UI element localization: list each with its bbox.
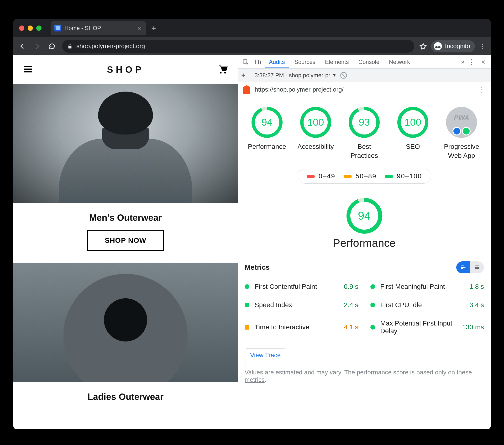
- performance-gauge: 94: [346, 198, 382, 234]
- gauge-ring: 100: [397, 107, 428, 138]
- close-devtools-button[interactable]: ×: [478, 58, 488, 66]
- legend-red-pill: [307, 175, 315, 178]
- tab-sources[interactable]: Sources: [291, 56, 319, 68]
- gauge-label: Performance: [248, 142, 286, 151]
- hero-image-ladies: [13, 263, 238, 382]
- incognito-label: Incognito: [445, 42, 470, 50]
- tab-strip: Home - SHOP × +: [13, 19, 491, 37]
- chevron-down-icon: ▼: [332, 73, 337, 78]
- svg-rect-2: [259, 61, 261, 64]
- metrics-grid: First Contentful Paint 0.9 s First Meani…: [238, 278, 491, 340]
- metric-status-dot: [370, 325, 375, 330]
- devtools-panel: Audits Sources Elements Console Network …: [238, 55, 491, 429]
- metric-name: Max Potential First Input Delay: [380, 320, 462, 335]
- incognito-indicator[interactable]: Incognito: [431, 40, 475, 52]
- metric-value: 4.1 s: [344, 323, 359, 331]
- incognito-icon: [434, 42, 442, 50]
- performance-section: 94 Performance: [238, 198, 491, 254]
- metrics-view-compact[interactable]: [470, 261, 484, 273]
- svg-rect-1: [255, 60, 258, 64]
- audit-url-menu-button[interactable]: ⋮: [478, 85, 486, 94]
- metric-row[interactable]: First Meaningful Paint 1.8 s: [370, 278, 484, 296]
- lock-icon: [67, 44, 72, 49]
- footnote-text-pre: Values are estimated and may vary. The p…: [245, 369, 416, 376]
- devtools-menu-button[interactable]: ⋮: [468, 58, 475, 66]
- page-header: SHOP: [13, 55, 238, 84]
- close-window-button[interactable]: [19, 26, 24, 31]
- tab-elements[interactable]: Elements: [321, 56, 353, 68]
- gauge-accessibility[interactable]: 100 Accessibility: [295, 107, 336, 160]
- legend-orange-pill: [344, 175, 352, 178]
- metric-name: Time to Interactive: [255, 323, 344, 331]
- metrics-header: Metrics: [238, 254, 491, 278]
- favicon-icon: [54, 25, 61, 32]
- audit-report-body: 94 Performance 100 Accessibility 93 Best…: [238, 97, 491, 429]
- metric-status-dot: [370, 303, 375, 308]
- maximize-window-button[interactable]: [36, 26, 41, 31]
- tab-console[interactable]: Console: [355, 56, 383, 68]
- inspect-element-button[interactable]: [240, 57, 251, 67]
- window-controls: [19, 26, 41, 31]
- lighthouse-icon: [243, 85, 250, 94]
- gauge-seo[interactable]: 100 SEO: [393, 107, 433, 160]
- devtools-tabbar: Audits Sources Elements Console Network …: [238, 55, 491, 69]
- metrics-title: Metrics: [245, 263, 270, 271]
- back-button[interactable]: [18, 41, 27, 51]
- hero-image-mens: [13, 84, 238, 203]
- metric-value: 130 ms: [462, 323, 484, 331]
- device-toolbar-button[interactable]: [253, 57, 263, 67]
- minimize-window-button[interactable]: [28, 26, 33, 31]
- metric-status-dot: [245, 303, 249, 308]
- footnote-text-post: .: [265, 376, 266, 383]
- gauge-label: BestPractices: [351, 142, 378, 160]
- browser-tab[interactable]: Home - SHOP ×: [51, 21, 146, 35]
- score-gauges: 94 Performance 100 Accessibility 93 Best…: [238, 104, 491, 165]
- more-tabs-button[interactable]: »: [461, 58, 464, 66]
- view-trace-button[interactable]: View Trace: [245, 348, 286, 362]
- star-icon[interactable]: [419, 43, 427, 50]
- gauge-ring: 93: [349, 107, 380, 138]
- audit-select[interactable]: 3:38:27 PM - shop.polymer-pr ▼: [255, 72, 337, 79]
- close-tab-button[interactable]: ×: [138, 25, 141, 32]
- metric-value: 3.4 s: [469, 301, 484, 309]
- rendered-page: SHOP Men's Outerwear SHOP NOW Ladies Out…: [13, 55, 238, 429]
- metric-row[interactable]: Speed Index 2.4 s: [245, 296, 359, 314]
- metric-name: First Meaningful Paint: [380, 283, 470, 291]
- legend-red-range: 0–49: [319, 172, 335, 180]
- metric-status-dot: [370, 284, 375, 289]
- metric-row[interactable]: First CPU Idle 3.4 s: [370, 296, 484, 314]
- legend-green-range: 90–100: [397, 172, 422, 180]
- metric-status-dot: [245, 284, 249, 289]
- gauge-performance[interactable]: 94 Performance: [247, 107, 287, 160]
- new-audit-button[interactable]: +: [241, 71, 246, 79]
- metric-row[interactable]: Time to Interactive 4.1 s: [245, 314, 359, 340]
- gauge-best-practices[interactable]: 93 BestPractices: [344, 107, 384, 160]
- metrics-footnote: Values are estimated and may vary. The p…: [238, 362, 491, 383]
- cart-button[interactable]: [218, 64, 228, 75]
- metrics-view-detailed[interactable]: [456, 261, 470, 273]
- clear-audit-button[interactable]: [340, 72, 347, 79]
- gauge-progressive-web-app[interactable]: PWA Progressive Web App: [441, 107, 482, 160]
- new-tab-button[interactable]: +: [148, 23, 159, 33]
- reload-button[interactable]: [47, 41, 57, 51]
- score-legend: 0–49 50–89 90–100: [298, 169, 431, 184]
- gauge-label: Accessibility: [297, 142, 334, 151]
- audit-url-bar: https://shop.polymer-project.org/ ⋮: [238, 82, 491, 97]
- url-input[interactable]: shop.polymer-project.org: [62, 40, 414, 53]
- metric-value: 0.9 s: [344, 283, 359, 291]
- tab-audits[interactable]: Audits: [265, 56, 289, 68]
- browser-menu-button[interactable]: ⋮: [479, 42, 486, 50]
- metric-row[interactable]: Max Potential First Input Delay 130 ms: [370, 314, 484, 340]
- metrics-view-toggle: [456, 261, 484, 273]
- forward-button[interactable]: [33, 41, 42, 51]
- url-text: shop.polymer-project.org: [76, 42, 145, 50]
- metric-value: 1.8 s: [469, 283, 484, 291]
- page-title: SHOP: [107, 65, 144, 75]
- metric-row[interactable]: First Contentful Paint 0.9 s: [245, 278, 359, 296]
- hamburger-menu-button[interactable]: [23, 64, 33, 75]
- address-bar-actions: Incognito ⋮: [419, 40, 486, 52]
- audit-select-label: 3:38:27 PM - shop.polymer-pr: [255, 72, 330, 79]
- shop-now-button[interactable]: SHOP NOW: [87, 230, 164, 251]
- gauge-label: SEO: [406, 142, 420, 151]
- tab-network[interactable]: Network: [385, 56, 414, 68]
